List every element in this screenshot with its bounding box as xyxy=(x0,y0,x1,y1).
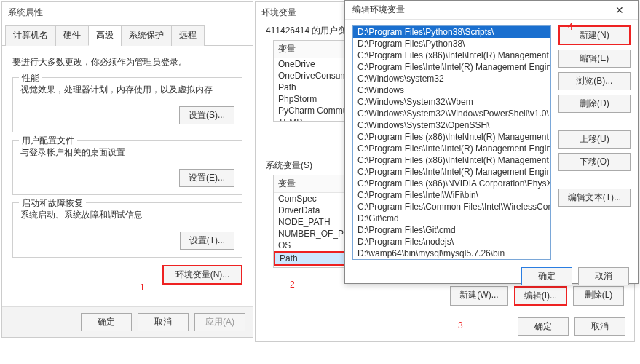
dialog-title: 系统属性 xyxy=(2,2,253,25)
dialog-title: 编辑环境变量 xyxy=(352,4,405,16)
path-item[interactable]: C:\Program Files\Intel\Intel(R) Manageme… xyxy=(353,166,550,178)
path-item[interactable]: C:\Program Files (x86)\Intel\Intel(R) Ma… xyxy=(353,50,550,61)
startup-group: 启动和故障恢复 系统启动、系统故障和调试信息 设置(T)... xyxy=(12,202,242,258)
path-item[interactable]: D:\wamp64\bin\mysql\mysql5.7.26\bin xyxy=(353,248,550,259)
close-icon[interactable]: ✕ xyxy=(604,4,635,16)
path-entries-list[interactable]: D:\Program Files\Python38\Scripts\D:\Pro… xyxy=(352,25,551,260)
path-item[interactable]: C:\Windows\System32\Wbem xyxy=(353,96,550,108)
side-buttons: 新建(N) 编辑(E) 浏览(B)... 删除(D) 上移(U) 下移(O) 编… xyxy=(558,25,631,260)
moveup-button[interactable]: 上移(U) xyxy=(558,130,631,149)
path-item[interactable]: D:\Program Files\Git\cmd xyxy=(353,224,550,236)
group-label: 性能 xyxy=(19,72,42,84)
movedown-button[interactable]: 下移(O) xyxy=(558,153,631,171)
group-desc: 系统启动、系统故障和调试信息 xyxy=(20,209,234,221)
env-vars-button[interactable]: 环境变量(N)... xyxy=(162,265,242,285)
cancel-button[interactable]: 取消 xyxy=(578,267,629,285)
edit-button[interactable]: 编辑(E) xyxy=(558,50,631,68)
ok-button[interactable]: 确定 xyxy=(521,267,572,285)
tab-computername[interactable]: 计算机名 xyxy=(5,25,56,46)
path-item[interactable]: D:\Program Files\nodejs\ xyxy=(353,236,550,248)
path-item[interactable]: C:\Program Files (x86)\Intel\Intel(R) Ma… xyxy=(353,131,550,143)
group-label: 用户配置文件 xyxy=(19,135,77,147)
performance-group: 性能 视觉效果，处理器计划，内存使用，以及虚拟内存 设置(S)... xyxy=(12,77,242,132)
dialog-footer: 确定 取消 xyxy=(256,312,634,341)
path-item[interactable]: D:\Program Files\Python38\ xyxy=(353,38,550,50)
tab-remote[interactable]: 远程 xyxy=(171,25,205,46)
annotation-4: 4 xyxy=(568,22,573,32)
group-label: 启动和故障恢复 xyxy=(19,197,86,210)
annotation-3: 3 xyxy=(458,320,463,331)
path-item[interactable]: C:\Program Files\Intel\Intel(R) Manageme… xyxy=(353,143,550,154)
annotation-1: 1 xyxy=(140,282,145,293)
browse-button[interactable]: 浏览(B)... xyxy=(558,72,631,90)
path-item[interactable]: C:\Program Files\Intel\WiFi\bin\ xyxy=(353,189,550,201)
titlebar: 编辑环境变量 ✕ xyxy=(345,1,638,20)
ok-button[interactable]: 确定 xyxy=(81,313,132,331)
group-desc: 视觉效果，处理器计划，内存使用，以及虚拟内存 xyxy=(20,84,234,96)
annotation-2: 2 xyxy=(290,280,295,290)
profiles-settings-button[interactable]: 设置(E)... xyxy=(179,169,234,187)
path-item[interactable]: C:\Program Files (x86)\Intel\Intel(R) Ma… xyxy=(353,154,550,166)
dialog-footer: 确定 取消 xyxy=(345,264,638,291)
apply-button[interactable]: 应用(A) xyxy=(194,313,245,331)
edit-env-var-dialog: 编辑环境变量 ✕ D:\Program Files\Python38\Scrip… xyxy=(344,0,639,284)
path-item[interactable]: C:\Program Files (x86)\NVIDIA Corporatio… xyxy=(353,178,550,189)
tab-hardware[interactable]: 硬件 xyxy=(55,25,89,46)
tab-strip: 计算机名 硬件 高级 系统保护 远程 xyxy=(2,25,253,46)
perf-settings-button[interactable]: 设置(S)... xyxy=(179,106,234,124)
path-item[interactable]: C:\Program Files\Common Files\Intel\Wire… xyxy=(353,201,550,213)
dialog-footer: 确定 取消 应用(A) xyxy=(2,306,253,337)
tab-advanced[interactable]: 高级 xyxy=(88,25,122,46)
ok-button[interactable]: 确定 xyxy=(518,317,569,336)
profiles-group: 用户配置文件 与登录帐户相关的桌面设置 设置(E)... xyxy=(12,140,242,195)
system-properties-dialog: 系统属性 计算机名 硬件 高级 系统保护 远程 要进行大多数更改，你必须作为管理… xyxy=(1,1,253,338)
startup-settings-button[interactable]: 设置(T)... xyxy=(180,232,234,250)
edittext-button[interactable]: 编辑文本(T)... xyxy=(558,189,631,207)
path-item[interactable]: D:\Git\cmd xyxy=(353,213,550,224)
path-item[interactable]: C:\Windows\System32\WindowsPowerShell\v1… xyxy=(353,108,550,119)
group-desc: 与登录帐户相关的桌面设置 xyxy=(20,146,234,159)
delete-button[interactable]: 删除(D) xyxy=(558,95,631,113)
cancel-button[interactable]: 取消 xyxy=(574,317,625,336)
path-item[interactable]: C:\Windows\System32\OpenSSH\ xyxy=(353,119,550,131)
path-item[interactable]: D:\Program Files\Python38\Scripts\ xyxy=(353,26,550,38)
path-item[interactable]: C:\Windows xyxy=(353,84,550,96)
tab-protection[interactable]: 系统保护 xyxy=(121,25,172,46)
cancel-button[interactable]: 取消 xyxy=(138,313,189,331)
path-item[interactable]: C:\Windows\system32 xyxy=(353,73,550,84)
admin-note: 要进行大多数更改，你必须作为管理员登录。 xyxy=(12,56,242,68)
path-item[interactable]: C:\Program Files\Intel\Intel(R) Manageme… xyxy=(353,61,550,73)
